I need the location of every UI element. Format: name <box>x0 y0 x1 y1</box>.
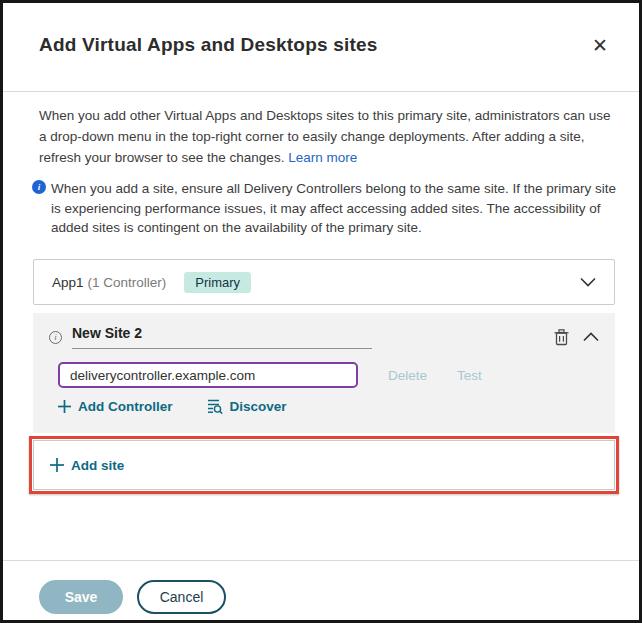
delete-controller-link[interactable]: Delete <box>388 368 427 383</box>
header-divider <box>3 91 639 92</box>
add-site-inner: Add site <box>50 458 124 473</box>
discover-label: Discover <box>230 399 287 414</box>
primary-badge: Primary <box>184 272 251 293</box>
primary-site-name: App1 <box>52 275 84 290</box>
controller-address-input[interactable] <box>58 362 358 388</box>
add-site-button[interactable]: Add site <box>33 440 615 490</box>
info-outline-icon: i <box>49 331 62 344</box>
primary-site-controller-count: (1 Controller) <box>88 275 167 290</box>
primary-site-row[interactable]: App1 (1 Controller) Primary <box>33 259 615 305</box>
save-button[interactable]: Save <box>39 580 123 614</box>
dialog-title: Add Virtual Apps and Desktops sites <box>39 34 378 56</box>
add-site-label: Add site <box>71 458 124 473</box>
add-controller-button[interactable]: Add Controller <box>58 399 173 414</box>
add-controller-label: Add Controller <box>78 399 173 414</box>
new-site-section: i New Site 2 Delete <box>33 313 615 433</box>
plus-icon <box>58 400 71 413</box>
new-site-actions: Add Controller Discover <box>58 399 287 414</box>
add-sites-dialog: Add Virtual Apps and Desktops sites ✕ Wh… <box>0 0 642 623</box>
site-name-field[interactable]: New Site 2 <box>72 325 372 349</box>
discover-icon <box>207 399 223 414</box>
info-note: i When you add a site, ensure all Delive… <box>32 179 617 238</box>
learn-more-link[interactable]: Learn more <box>288 150 357 165</box>
cancel-button[interactable]: Cancel <box>137 580 226 614</box>
delete-site-trash-icon[interactable] <box>554 329 569 346</box>
new-site-header: i New Site 2 <box>33 325 615 349</box>
discover-button[interactable]: Discover <box>207 399 287 414</box>
chevron-down-icon[interactable] <box>580 277 596 287</box>
close-icon[interactable]: ✕ <box>589 35 611 57</box>
controller-row: Delete Test <box>58 362 599 388</box>
dialog-description: When you add other Virtual Apps and Desk… <box>39 105 611 168</box>
footer-divider <box>3 560 639 561</box>
info-note-text: When you add a site, ensure all Delivery… <box>51 179 617 238</box>
plus-icon <box>50 458 64 472</box>
info-filled-icon: i <box>32 180 46 194</box>
chevron-up-icon[interactable] <box>583 332 599 342</box>
test-controller-link[interactable]: Test <box>457 368 482 383</box>
